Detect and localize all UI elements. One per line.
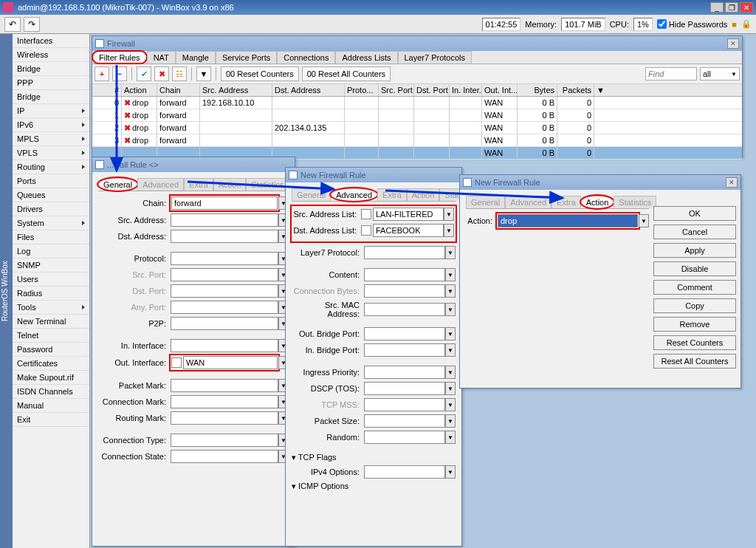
field-input[interactable] (364, 343, 445, 357)
sidebar-item[interactable]: Wireless (13, 48, 89, 62)
firewall-tab[interactable]: NAT (147, 51, 176, 64)
remove-button[interactable]: − (112, 66, 127, 81)
sidebar-item[interactable]: Files (13, 230, 89, 244)
find-input[interactable] (645, 67, 697, 81)
sidebar-item[interactable]: Bridge (13, 90, 89, 104)
enable-button[interactable]: ✔ (137, 66, 151, 81)
rule-tab[interactable]: Statistics (614, 196, 656, 208)
dropdown-icon[interactable]: ▼ (445, 284, 456, 298)
sidebar-item[interactable]: Log (13, 244, 89, 258)
filter-button[interactable]: ▼ (196, 66, 211, 81)
sidebar-item[interactable]: Users (13, 273, 89, 287)
field-input[interactable] (171, 252, 278, 265)
dropdown-icon[interactable]: ▼ (445, 343, 456, 357)
sidebar-item[interactable]: Certificates (13, 357, 89, 371)
field-input[interactable]: FACEBOOK (373, 224, 444, 237)
rule-tab[interactable]: Action (581, 196, 614, 208)
firewall-tab[interactable]: Address Lists (335, 51, 397, 64)
dropdown-icon[interactable]: ▼ (445, 414, 456, 428)
field-input[interactable] (364, 327, 445, 340)
firewall-tab[interactable]: Layer7 Protocols (398, 51, 472, 64)
field-input[interactable] (171, 213, 278, 227)
action-combo[interactable]: drop (498, 214, 638, 227)
rule3-title[interactable]: New Firewall Rule ✕ (460, 175, 740, 190)
rule-tab[interactable]: Extra (377, 188, 407, 201)
field-input[interactable] (171, 284, 278, 298)
redo-button[interactable]: ↷ (24, 17, 40, 32)
firewall-close[interactable]: ✕ (727, 38, 739, 49)
add-button[interactable]: + (94, 66, 109, 81)
minimize-button[interactable]: _ (710, 2, 724, 13)
sidebar-item[interactable]: Password (13, 343, 89, 357)
rule-tab[interactable]: Action (407, 188, 440, 201)
field-input[interactable] (171, 339, 278, 352)
sidebar-item[interactable]: Make Supout.rif (13, 371, 89, 385)
rule-tab[interactable]: General (98, 178, 137, 191)
field-input[interactable]: WAN (183, 356, 278, 369)
action-button[interactable]: Copy (653, 298, 736, 313)
field-input[interactable] (171, 434, 278, 447)
sidebar-item[interactable]: Ports (13, 174, 89, 188)
sidebar-item[interactable]: Interfaces (13, 34, 89, 48)
field-input[interactable] (364, 366, 445, 379)
field-input[interactable] (364, 284, 445, 298)
action-button[interactable]: Disable (653, 261, 736, 276)
invert-checkbox[interactable] (171, 357, 182, 368)
sidebar-item[interactable]: ISDN Channels (13, 385, 89, 399)
sidebar-item[interactable]: Telnet (13, 329, 89, 343)
action-button[interactable]: Reset All Counters (653, 354, 736, 369)
field-input[interactable] (171, 395, 278, 408)
action-button[interactable]: Apply (653, 243, 736, 258)
field-input[interactable] (364, 398, 445, 411)
filter-combo[interactable]: all▼ (700, 67, 740, 81)
field-input[interactable] (364, 268, 445, 281)
rule-tab[interactable]: Statistics (246, 178, 289, 191)
sidebar-item[interactable]: SNMP (13, 258, 89, 273)
comment-button[interactable]: ☷ (172, 66, 187, 81)
rule1-title[interactable]: ...wall Rule <> (92, 157, 295, 172)
field-input[interactable] (171, 379, 278, 392)
sidebar-item[interactable]: Exit (13, 413, 89, 427)
dropdown-icon[interactable]: ▼ (444, 208, 454, 221)
firewall-tab[interactable]: Service Ports (216, 51, 277, 64)
field-input[interactable]: forward (171, 196, 278, 210)
firewall-tab[interactable]: Connections (277, 51, 335, 64)
dropdown-icon[interactable]: ▼ (445, 303, 456, 316)
field-input[interactable] (364, 246, 445, 259)
close-button[interactable]: ✕ (740, 2, 753, 13)
field-input[interactable] (171, 450, 278, 463)
sidebar-item[interactable]: VPLS (13, 146, 89, 160)
action-button[interactable]: Reset Counters (653, 335, 736, 350)
reset-counters-button[interactable]: 00 Reset Counters (221, 66, 299, 81)
rule-row[interactable]: 2✖dropforward202.134.0.135WAN0 B0 (92, 122, 742, 134)
rule-tab[interactable]: Extra (184, 178, 213, 191)
rule-tab[interactable]: Action (213, 178, 247, 191)
undo-button[interactable]: ↶ (4, 17, 21, 32)
action-button[interactable]: OK (653, 206, 736, 221)
field-input[interactable] (364, 382, 445, 395)
rule-tab[interactable]: Advanced (505, 196, 551, 208)
invert-checkbox[interactable] (361, 209, 371, 219)
rule-tab[interactable]: Extra (551, 196, 581, 208)
action-button[interactable]: Cancel (653, 225, 736, 239)
rule-row[interactable]: 3✖dropforwardWAN0 B0 (92, 134, 742, 147)
sidebar-item[interactable]: Drivers (13, 202, 89, 216)
rule-tab[interactable]: Advanced (137, 178, 184, 191)
field-input[interactable] (364, 465, 445, 479)
sidebar-item[interactable]: Radius (13, 287, 89, 301)
action-button[interactable]: Comment (653, 280, 736, 295)
field-input[interactable] (364, 303, 445, 316)
field-input[interactable] (364, 414, 445, 428)
field-input[interactable] (171, 317, 278, 330)
sidebar-item[interactable]: Manual (13, 399, 89, 413)
firewall-tab[interactable]: Filter Rules (92, 51, 147, 64)
firewall-title[interactable]: Firewall ✕ (92, 36, 742, 51)
dropdown-icon[interactable]: ▼ (445, 465, 456, 479)
rule3-close[interactable]: ✕ (726, 177, 738, 188)
field-input[interactable] (171, 411, 278, 425)
field-input[interactable] (171, 268, 278, 281)
sidebar-item[interactable]: New Terminal (13, 315, 89, 329)
dropdown-icon[interactable]: ▼ (445, 246, 456, 259)
dropdown-icon[interactable]: ▼ (445, 382, 456, 395)
dropdown-icon[interactable]: ▼ (639, 214, 649, 227)
